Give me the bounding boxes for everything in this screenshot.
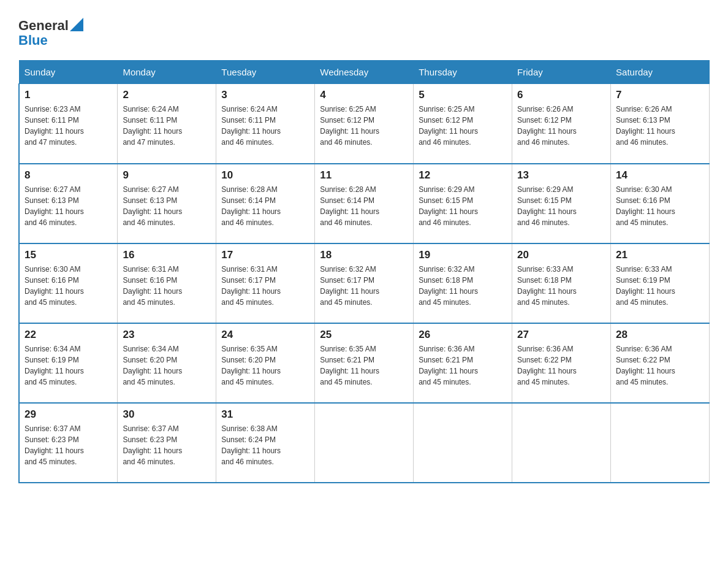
calendar-cell: 23 Sunrise: 6:34 AMSunset: 6:20 PMDaylig… (118, 323, 216, 403)
calendar-cell: 14 Sunrise: 6:30 AMSunset: 6:16 PMDaylig… (611, 164, 710, 243)
day-number: 25 (320, 329, 408, 341)
week-row-3: 15 Sunrise: 6:30 AMSunset: 6:16 PMDaylig… (19, 243, 710, 323)
day-info: Sunrise: 6:24 AMSunset: 6:11 PMDaylight:… (221, 104, 309, 148)
day-info: Sunrise: 6:24 AMSunset: 6:11 PMDaylight:… (123, 104, 211, 148)
calendar-cell: 7 Sunrise: 6:26 AMSunset: 6:13 PMDayligh… (611, 84, 710, 164)
calendar-cell: 21 Sunrise: 6:33 AMSunset: 6:19 PMDaylig… (611, 243, 710, 323)
day-info: Sunrise: 6:31 AMSunset: 6:16 PMDaylight:… (123, 264, 211, 308)
calendar-cell: 19 Sunrise: 6:32 AMSunset: 6:18 PMDaylig… (414, 243, 512, 323)
day-number: 24 (221, 329, 309, 341)
day-info: Sunrise: 6:37 AMSunset: 6:23 PMDaylight:… (25, 423, 112, 467)
logo-blue: Blue (18, 33, 83, 48)
day-info: Sunrise: 6:36 AMSunset: 6:22 PMDaylight:… (517, 343, 605, 388)
calendar-cell: 17 Sunrise: 6:31 AMSunset: 6:17 PMDaylig… (216, 243, 315, 323)
day-number: 14 (616, 169, 704, 182)
day-number: 30 (123, 408, 211, 421)
day-info: Sunrise: 6:28 AMSunset: 6:14 PMDaylight:… (221, 184, 309, 228)
calendar-cell: 26 Sunrise: 6:36 AMSunset: 6:21 PMDaylig… (414, 323, 512, 403)
calendar-table: SundayMondayTuesdayWednesdayThursdayFrid… (18, 60, 710, 483)
calendar-cell (512, 403, 611, 483)
day-number: 11 (320, 169, 408, 182)
day-info: Sunrise: 6:32 AMSunset: 6:17 PMDaylight:… (320, 264, 408, 308)
calendar-cell: 31 Sunrise: 6:38 AMSunset: 6:24 PMDaylig… (216, 403, 315, 483)
day-info: Sunrise: 6:34 AMSunset: 6:19 PMDaylight:… (25, 343, 112, 388)
calendar-cell: 10 Sunrise: 6:28 AMSunset: 6:14 PMDaylig… (216, 164, 315, 243)
day-info: Sunrise: 6:34 AMSunset: 6:20 PMDaylight:… (123, 343, 211, 388)
day-number: 16 (123, 249, 211, 261)
day-info: Sunrise: 6:29 AMSunset: 6:15 PMDaylight:… (419, 184, 507, 228)
calendar-cell: 22 Sunrise: 6:34 AMSunset: 6:19 PMDaylig… (19, 323, 118, 403)
day-info: Sunrise: 6:30 AMSunset: 6:16 PMDaylight:… (25, 264, 112, 308)
calendar-cell: 24 Sunrise: 6:35 AMSunset: 6:20 PMDaylig… (216, 323, 315, 403)
day-info: Sunrise: 6:38 AMSunset: 6:24 PMDaylight:… (221, 423, 309, 467)
calendar-cell: 27 Sunrise: 6:36 AMSunset: 6:22 PMDaylig… (512, 323, 611, 403)
page-header: General Blue (18, 18, 710, 48)
day-number: 5 (419, 89, 507, 101)
day-number: 4 (320, 89, 408, 101)
calendar-cell: 12 Sunrise: 6:29 AMSunset: 6:15 PMDaylig… (414, 164, 512, 243)
header-day-friday: Friday (512, 61, 611, 84)
day-info: Sunrise: 6:32 AMSunset: 6:18 PMDaylight:… (419, 264, 507, 308)
day-number: 19 (419, 249, 507, 261)
day-number: 22 (25, 329, 112, 341)
day-info: Sunrise: 6:29 AMSunset: 6:15 PMDaylight:… (517, 184, 605, 228)
logo-triangle-icon (70, 18, 83, 31)
day-number: 23 (123, 329, 211, 341)
day-info: Sunrise: 6:36 AMSunset: 6:21 PMDaylight:… (419, 343, 507, 388)
header-row: SundayMondayTuesdayWednesdayThursdayFrid… (19, 61, 710, 84)
logo: General Blue (18, 18, 83, 48)
day-info: Sunrise: 6:26 AMSunset: 6:12 PMDaylight:… (517, 104, 605, 148)
day-number: 15 (25, 249, 112, 261)
calendar-cell: 4 Sunrise: 6:25 AMSunset: 6:12 PMDayligh… (315, 84, 414, 164)
calendar-cell: 16 Sunrise: 6:31 AMSunset: 6:16 PMDaylig… (118, 243, 216, 323)
header-day-saturday: Saturday (611, 61, 710, 84)
calendar-cell: 9 Sunrise: 6:27 AMSunset: 6:13 PMDayligh… (118, 164, 216, 243)
calendar-body: 1 Sunrise: 6:23 AMSunset: 6:11 PMDayligh… (19, 84, 710, 483)
day-number: 26 (419, 329, 507, 341)
day-number: 7 (616, 89, 704, 101)
day-number: 10 (221, 169, 309, 182)
day-info: Sunrise: 6:33 AMSunset: 6:19 PMDaylight:… (616, 264, 704, 308)
calendar-cell: 20 Sunrise: 6:33 AMSunset: 6:18 PMDaylig… (512, 243, 611, 323)
day-number: 3 (221, 89, 309, 101)
calendar-cell: 1 Sunrise: 6:23 AMSunset: 6:11 PMDayligh… (19, 84, 118, 164)
calendar-cell: 18 Sunrise: 6:32 AMSunset: 6:17 PMDaylig… (315, 243, 414, 323)
day-info: Sunrise: 6:31 AMSunset: 6:17 PMDaylight:… (221, 264, 309, 308)
header-day-monday: Monday (118, 61, 216, 84)
calendar-cell: 11 Sunrise: 6:28 AMSunset: 6:14 PMDaylig… (315, 164, 414, 243)
calendar-cell: 2 Sunrise: 6:24 AMSunset: 6:11 PMDayligh… (118, 84, 216, 164)
day-info: Sunrise: 6:28 AMSunset: 6:14 PMDaylight:… (320, 184, 408, 228)
day-number: 2 (123, 89, 211, 101)
day-number: 8 (25, 169, 112, 182)
day-number: 1 (25, 89, 112, 101)
day-info: Sunrise: 6:25 AMSunset: 6:12 PMDaylight:… (419, 104, 507, 148)
day-info: Sunrise: 6:33 AMSunset: 6:18 PMDaylight:… (517, 264, 605, 308)
day-number: 17 (221, 249, 309, 261)
week-row-1: 1 Sunrise: 6:23 AMSunset: 6:11 PMDayligh… (19, 84, 710, 164)
day-number: 27 (517, 329, 605, 341)
calendar-cell: 25 Sunrise: 6:35 AMSunset: 6:21 PMDaylig… (315, 323, 414, 403)
calendar-cell: 30 Sunrise: 6:37 AMSunset: 6:23 PMDaylig… (118, 403, 216, 483)
day-number: 28 (616, 329, 704, 341)
calendar-header: SundayMondayTuesdayWednesdayThursdayFrid… (19, 61, 710, 84)
header-day-sunday: Sunday (19, 61, 118, 84)
day-number: 29 (25, 408, 112, 421)
calendar-cell: 15 Sunrise: 6:30 AMSunset: 6:16 PMDaylig… (19, 243, 118, 323)
day-number: 13 (517, 169, 605, 182)
calendar-cell (611, 403, 710, 483)
calendar-cell (315, 403, 414, 483)
day-info: Sunrise: 6:30 AMSunset: 6:16 PMDaylight:… (616, 184, 704, 228)
calendar-cell: 6 Sunrise: 6:26 AMSunset: 6:12 PMDayligh… (512, 84, 611, 164)
calendar-cell: 3 Sunrise: 6:24 AMSunset: 6:11 PMDayligh… (216, 84, 315, 164)
day-info: Sunrise: 6:23 AMSunset: 6:11 PMDaylight:… (25, 104, 112, 148)
day-number: 21 (616, 249, 704, 261)
calendar-cell: 5 Sunrise: 6:25 AMSunset: 6:12 PMDayligh… (414, 84, 512, 164)
svg-marker-0 (70, 18, 83, 31)
day-number: 9 (123, 169, 211, 182)
day-number: 31 (221, 408, 309, 421)
day-info: Sunrise: 6:37 AMSunset: 6:23 PMDaylight:… (123, 423, 211, 467)
day-info: Sunrise: 6:36 AMSunset: 6:22 PMDaylight:… (616, 343, 704, 388)
day-number: 20 (517, 249, 605, 261)
day-number: 12 (419, 169, 507, 182)
logo-general: General (18, 18, 69, 33)
